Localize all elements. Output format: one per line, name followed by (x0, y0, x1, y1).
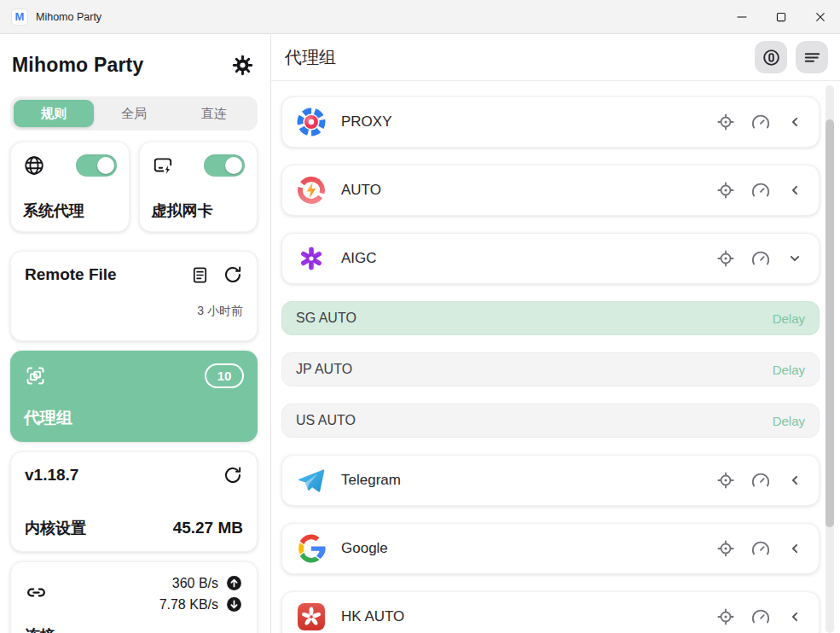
group-row-telegram[interactable]: Telegram (281, 455, 820, 506)
group-count-badge: 10 (205, 363, 244, 388)
group-name: PROXY (341, 113, 716, 131)
locate-icon[interactable] (716, 181, 735, 200)
download-arrow-icon (225, 595, 243, 613)
group-row-proxy[interactable]: PROXY (281, 96, 820, 148)
node-name: SG AUTO (296, 311, 356, 326)
core-card[interactable]: v1.18.7 内核设置 45.27 MB (10, 451, 258, 552)
proxy-node-us-auto[interactable]: US AUTO Delay (281, 404, 820, 438)
sidebar-title: Mihomo Party (12, 54, 143, 77)
speedtest-icon[interactable] (751, 471, 770, 490)
chevron-left-icon[interactable] (786, 540, 803, 557)
proxy-node-sg-auto[interactable]: SG AUTO Delay (281, 301, 820, 335)
group-row-auto[interactable]: AUTO (281, 165, 820, 216)
locate-icon[interactable] (716, 607, 735, 626)
link-icon (25, 581, 48, 613)
lightning-ring-icon (296, 175, 327, 206)
page-title: 代理组 (285, 46, 336, 69)
list-layout-button[interactable] (796, 41, 828, 73)
profile-card[interactable]: Remote File 3 (10, 251, 258, 341)
core-refresh-icon[interactable] (223, 465, 243, 485)
group-name: AIGC (341, 250, 716, 267)
tab-global-mode[interactable]: 全局 (94, 100, 174, 127)
connections-label: 连接 (25, 625, 243, 633)
proxy-group-list: PROXY (271, 81, 840, 633)
proxy-node-jp-auto[interactable]: JP AUTO Delay (281, 352, 820, 386)
group-row-google[interactable]: Google (281, 523, 820, 574)
node-delay[interactable]: Delay (773, 363, 805, 377)
maximize-button[interactable] (762, 0, 801, 34)
chevron-down-icon[interactable] (786, 250, 803, 267)
upload-speed: 360 B/s (172, 576, 218, 591)
speedtest-icon[interactable] (751, 607, 770, 626)
chevron-left-icon[interactable] (786, 472, 803, 489)
app-logo-icon: M (11, 9, 28, 26)
chevron-left-icon[interactable] (786, 608, 803, 625)
globe-icon (23, 154, 45, 177)
proxy-groups-nav-card[interactable]: 10 代理组 (10, 351, 258, 442)
proxy-group-icon (24, 364, 47, 387)
system-proxy-label: 系统代理 (23, 200, 117, 221)
sidebar: Mihomo Party (0, 34, 271, 633)
upload-arrow-icon (225, 574, 243, 592)
node-name: US AUTO (296, 413, 356, 428)
locate-icon[interactable] (716, 249, 735, 268)
main-content: 代理组 (271, 34, 840, 633)
titlebar: M Mihomo Party (0, 0, 840, 34)
telegram-icon (296, 465, 327, 496)
speedtest-icon[interactable] (751, 181, 770, 200)
group-row-aigc[interactable]: AIGC (281, 233, 820, 284)
close-button[interactable] (801, 0, 840, 34)
settings-gear-icon[interactable] (231, 54, 254, 77)
titlebar-app-name: Mihomo Party (36, 11, 101, 23)
chevron-left-icon[interactable] (786, 113, 803, 131)
system-proxy-card[interactable]: 系统代理 (10, 142, 130, 232)
locate-icon[interactable] (716, 539, 735, 558)
speedtest-icon[interactable] (751, 113, 770, 131)
core-version: v1.18.7 (25, 466, 78, 485)
profile-document-icon[interactable] (190, 265, 210, 285)
profile-refresh-icon[interactable] (223, 264, 243, 285)
group-name: Telegram (341, 472, 716, 489)
hongkong-icon (296, 601, 327, 632)
core-memory-value: 45.27 MB (173, 519, 243, 537)
openai-icon (296, 243, 327, 274)
group-row-hk-auto[interactable]: HK AUTO (281, 591, 820, 633)
node-delay[interactable]: Delay (773, 414, 805, 428)
speedtest-icon[interactable] (751, 539, 770, 558)
profile-name: Remote File (25, 265, 117, 284)
node-delay[interactable]: Delay (773, 311, 805, 326)
tun-card[interactable]: 虚拟网卡 (139, 142, 258, 232)
tun-label: 虚拟网卡 (152, 200, 246, 221)
core-settings-label: 内核设置 (25, 518, 86, 538)
proxy-groups-nav-label: 代理组 (24, 407, 244, 429)
tun-icon (152, 154, 174, 177)
locate-icon[interactable] (716, 113, 735, 131)
scrollbar[interactable] (826, 85, 834, 633)
connections-card[interactable]: 360 B/s 7.78 KB/s (10, 561, 258, 633)
group-name: AUTO (341, 182, 716, 199)
node-name: JP AUTO (296, 362, 352, 377)
proxy-wheel-icon (296, 107, 327, 137)
scrollbar-thumb[interactable] (826, 119, 834, 527)
group-name: Google (341, 540, 716, 557)
minimize-button[interactable] (722, 0, 762, 34)
speedtest-icon[interactable] (751, 249, 770, 268)
group-name: HK AUTO (341, 608, 716, 625)
outbound-mode-tabs: 规则 全局 直连 (10, 96, 258, 131)
tab-rule-mode[interactable]: 规则 (14, 100, 94, 127)
tab-direct-mode[interactable]: 直连 (174, 100, 254, 127)
tun-toggle[interactable] (204, 154, 245, 177)
google-icon (296, 533, 327, 564)
download-speed: 7.78 KB/s (159, 597, 218, 613)
locate-icon[interactable] (716, 471, 735, 490)
profile-updated-time: 3 小时前 (25, 304, 243, 319)
delay-display-button[interactable] (755, 41, 787, 73)
chevron-left-icon[interactable] (786, 182, 803, 199)
system-proxy-toggle[interactable] (76, 154, 117, 177)
